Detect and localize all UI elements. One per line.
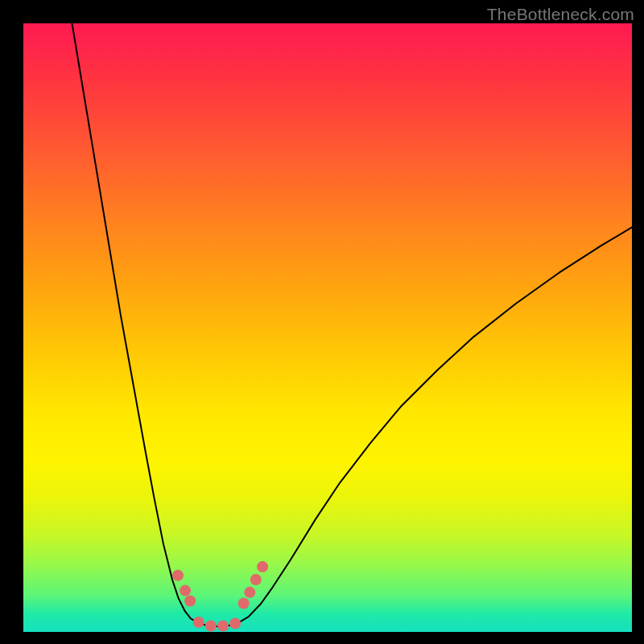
data-markers (172, 561, 268, 631)
left-dot-2 (180, 585, 191, 597)
floor-dot-1 (193, 617, 204, 628)
right-dot-2 (244, 587, 255, 598)
watermark-text: TheBottleneck.com (487, 5, 634, 24)
left-dot-3 (184, 595, 196, 606)
right-dot-3 (250, 574, 262, 585)
right-dot-4 (257, 561, 268, 572)
floor-dot-3 (217, 620, 229, 631)
right-dot-1 (238, 597, 250, 609)
plot-overlay (23, 23, 632, 632)
bottleneck-curve (72, 23, 632, 626)
floor-dot-2 (205, 620, 217, 631)
chart-container: TheBottleneck.com (0, 0, 644, 644)
floor-dot-4 (229, 617, 241, 629)
left-dot-1 (172, 570, 184, 581)
